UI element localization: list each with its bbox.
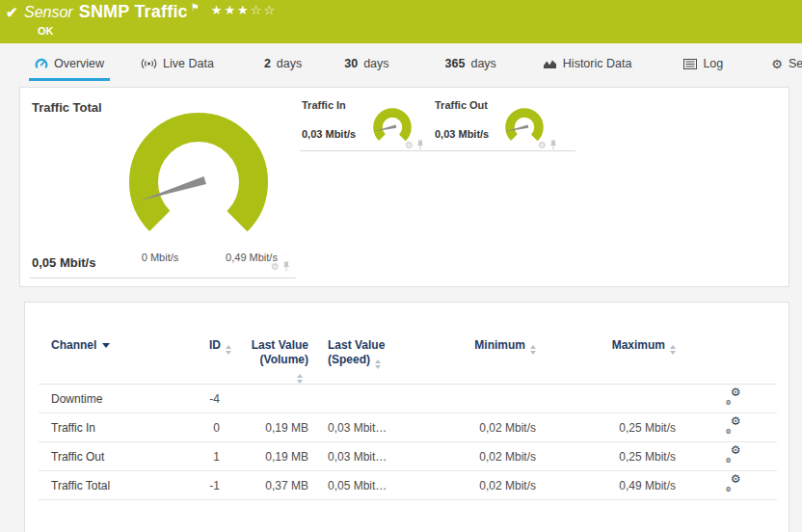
channel-speed: 0,03 Mbit…	[322, 413, 445, 442]
sensor-kind-label: Sensor	[24, 4, 73, 21]
tab-label-number: 2	[264, 57, 271, 70]
channel-link[interactable]: Traffic Out	[39, 442, 195, 471]
channel-id: -4	[195, 385, 233, 413]
sort-icon	[297, 374, 303, 384]
tab-label: days	[363, 57, 388, 70]
gauge-out-value: 0,03 Mbit/s	[435, 128, 489, 140]
channel-min	[445, 385, 549, 413]
channels-table: Channel ID Last Value (Volume) Last Valu…	[39, 303, 777, 500]
gauge-settings-gear-icon[interactable]: ⚙	[271, 262, 280, 272]
pin-icon[interactable]	[282, 261, 290, 272]
channel-volume	[233, 385, 322, 413]
pin-icon[interactable]	[549, 140, 557, 150]
gauge-icon	[35, 57, 48, 70]
gear-icon: ⚙	[771, 58, 783, 70]
sort-icon	[530, 345, 536, 355]
broadcast-icon	[141, 58, 157, 69]
gauge-settings-gear-icon[interactable]: ⚙	[538, 141, 547, 150]
gauge-out-actions: ⚙	[538, 140, 557, 150]
divider	[300, 150, 442, 151]
column-header-last-value-volume[interactable]: Last Value (Volume)	[233, 303, 322, 385]
column-header-channel[interactable]: Channel	[39, 303, 195, 385]
column-header-id[interactable]: ID	[195, 303, 233, 385]
divider	[433, 150, 575, 151]
channel-max: 0,25 Mbit/s	[549, 413, 689, 442]
channel-min: 0,02 Mbit/s	[445, 413, 549, 442]
sort-icon	[226, 345, 231, 355]
log-list-icon	[683, 59, 697, 69]
tab-label: Live Data	[163, 57, 214, 70]
gauge-in-value: 0,03 Mbit/s	[302, 128, 356, 140]
tab-365-days[interactable]: 365 days	[440, 57, 502, 81]
tab-overview[interactable]: Overview	[29, 57, 110, 81]
channel-link[interactable]: Traffic In	[39, 413, 195, 442]
status-ok-check-icon: ✔	[6, 4, 18, 21]
table-header-row: Channel ID Last Value (Volume) Last Valu…	[39, 303, 777, 385]
tab-bar: Overview Live Data 2 days 30 days 365 da…	[0, 54, 802, 81]
divider	[30, 278, 296, 279]
table-row-traffic-out: Traffic Out 1 0,19 MB 0,03 Mbit… 0,02 Mb…	[39, 442, 777, 471]
tab-label: Settings	[789, 57, 802, 70]
gauges-panel: Traffic Total 0 Mbit/s 0,49 Mbit/s 0,05 …	[19, 87, 789, 287]
pin-icon[interactable]	[416, 140, 424, 150]
sensor-title: SNMP Traffic	[79, 2, 188, 22]
tab-historic-data[interactable]: Historic Data	[537, 57, 638, 81]
channel-settings-gears-icon[interactable]: ⚙⚙	[726, 418, 741, 434]
tab-label: days	[277, 57, 302, 70]
priority-stars[interactable]: ★★★☆☆	[211, 3, 277, 17]
channel-id: -1	[195, 471, 233, 500]
column-header-last-value-speed[interactable]: Last Value (Speed)	[322, 303, 445, 385]
channel-settings-gears-icon[interactable]: ⚙⚙	[726, 389, 741, 405]
channel-volume: 0,37 MB	[233, 471, 322, 500]
channel-volume: 0,19 MB	[233, 413, 322, 442]
sort-icon	[375, 359, 381, 369]
gauge-max-label: 0,49 Mbit/s	[226, 252, 278, 263]
gauge-in-actions: ⚙	[405, 140, 424, 150]
channel-max	[549, 385, 689, 413]
gauge-out-title: Traffic Out	[435, 99, 488, 111]
gauge-in-title: Traffic In	[302, 99, 346, 111]
tab-settings[interactable]: ⚙ Settings	[765, 57, 802, 81]
sort-desc-icon	[102, 343, 110, 348]
channel-settings-gears-icon[interactable]: ⚙⚙	[726, 447, 741, 463]
column-header-minimum[interactable]: Minimum	[445, 303, 549, 385]
channel-id: 0	[195, 413, 233, 442]
gauge-total-value: 0,05 Mbit/s	[32, 255, 95, 270]
gauge-total-title: Traffic Total	[32, 100, 102, 115]
tab-live-data[interactable]: Live Data	[135, 57, 220, 81]
channel-settings-gears-icon[interactable]: ⚙⚙	[726, 476, 741, 492]
tab-log[interactable]: Log	[678, 57, 729, 81]
table-row-traffic-total: Traffic Total -1 0,37 MB 0,05 Mbit… 0,02…	[39, 471, 777, 500]
channel-volume: 0,19 MB	[233, 442, 322, 471]
gauge-min-label: 0 Mbit/s	[142, 252, 179, 263]
channel-speed	[322, 385, 445, 413]
channel-speed: 0,05 Mbit…	[322, 471, 445, 500]
tab-label: Overview	[54, 57, 104, 70]
channel-link[interactable]: Downtime	[39, 385, 195, 413]
gauge-settings-gear-icon[interactable]: ⚙	[405, 141, 414, 150]
channel-max: 0,25 Mbit/s	[549, 442, 689, 471]
sensor-header: ✔ Sensor SNMP Traffic ⚑ ★★★☆☆ OK	[0, 0, 802, 43]
tab-label: Historic Data	[563, 57, 632, 70]
tab-label-number: 365	[445, 57, 466, 70]
table-row-traffic-in: Traffic In 0 0,19 MB 0,03 Mbit… 0,02 Mbi…	[39, 413, 777, 442]
tab-label: Log	[703, 57, 723, 70]
flag-icon[interactable]: ⚑	[191, 2, 200, 13]
tab-30-days[interactable]: 30 days	[338, 57, 394, 81]
tab-label-number: 30	[344, 57, 358, 70]
tab-label: days	[470, 57, 495, 70]
channel-link[interactable]: Traffic Total	[39, 471, 195, 500]
sort-icon	[670, 345, 676, 355]
traffic-total-gauge	[121, 105, 276, 259]
column-header-maximum[interactable]: Maximum	[549, 303, 689, 385]
status-badge: OK	[38, 25, 277, 37]
channels-panel: Channel ID Last Value (Volume) Last Valu…	[24, 302, 789, 532]
area-chart-icon	[543, 59, 557, 69]
channel-id: 1	[195, 442, 233, 471]
channel-min: 0,02 Mbit/s	[445, 442, 549, 471]
channel-min: 0,02 Mbit/s	[445, 471, 549, 500]
channel-max: 0,49 Mbit/s	[549, 471, 689, 500]
tab-2-days[interactable]: 2 days	[258, 57, 307, 81]
table-row-downtime: Downtime -4 ⚙⚙	[39, 385, 777, 413]
channel-speed: 0,03 Mbit…	[322, 442, 445, 471]
